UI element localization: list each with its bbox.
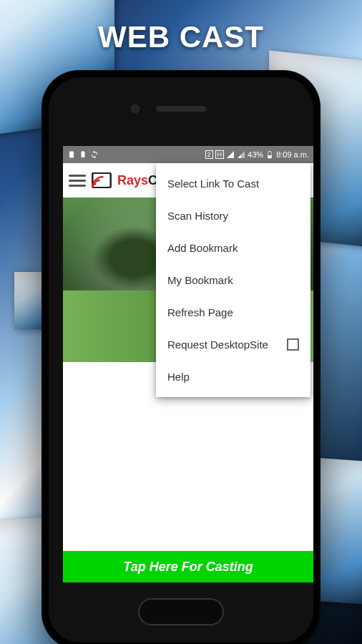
cast-logo-icon	[92, 172, 112, 188]
menu-item-help[interactable]: Help	[156, 361, 310, 393]
menu-item-label: Refresh Page	[167, 306, 233, 318]
svg-rect-1	[82, 152, 85, 157]
sync-off-icon	[90, 150, 99, 159]
battery-saver-icon	[79, 150, 87, 159]
svg-rect-4	[268, 155, 272, 158]
battery-icon	[265, 150, 274, 159]
battery-pct: 43%	[248, 150, 263, 159]
menu-item-my-bookmark[interactable]: My Bookmark	[156, 264, 310, 296]
net-num-badge: 2	[205, 150, 213, 159]
cast-button[interactable]: Tap Here For Casting	[63, 551, 313, 582]
svg-rect-5	[269, 151, 270, 152]
status-bar: 2 H 43% 8:09 a.m.	[63, 146, 313, 163]
phone-speaker	[156, 106, 206, 112]
home-button[interactable]	[138, 598, 224, 625]
menu-item-label: Request DesktopSite	[167, 338, 268, 351]
page-title: WEB CAST	[0, 20, 362, 54]
net-type-badge: H	[215, 150, 225, 159]
clock: 8:09 a.m.	[276, 150, 309, 159]
sim-icon	[67, 150, 76, 159]
signal2-icon	[237, 150, 245, 159]
menu-item-label: Add Bookmark	[167, 242, 238, 254]
phone-frame: 2 H 43% 8:09 a.m.	[41, 70, 321, 644]
menu-item-label: Scan History	[167, 210, 228, 222]
menu-item-select-link[interactable]: Select Link To Cast	[156, 167, 310, 200]
menu-item-refresh-page[interactable]: Refresh Page	[156, 296, 310, 328]
menu-item-scan-history[interactable]: Scan History	[156, 200, 310, 232]
desktop-site-checkbox[interactable]	[287, 338, 299, 351]
menu-item-label: My Bookmark	[167, 274, 233, 286]
phone-camera	[131, 104, 140, 113]
svg-rect-2	[82, 151, 84, 152]
menu-icon[interactable]	[69, 172, 86, 189]
menu-item-label: Select Link To Cast	[167, 177, 259, 190]
menu-item-label: Help	[167, 371, 190, 383]
signal-icon	[226, 150, 235, 159]
menu-item-request-desktop[interactable]: Request DesktopSite	[156, 328, 310, 361]
menu-item-add-bookmark[interactable]: Add Bookmark	[156, 232, 310, 264]
phone-screen: 2 H 43% 8:09 a.m.	[63, 146, 313, 582]
svg-rect-0	[69, 152, 74, 158]
overflow-menu: Select Link To Cast Scan History Add Boo…	[156, 163, 310, 397]
